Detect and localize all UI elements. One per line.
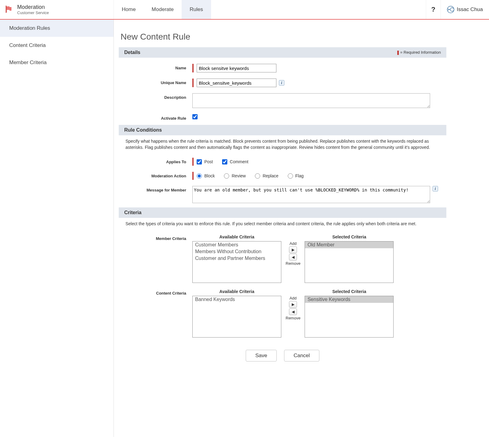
list-item[interactable]: Old Member — [305, 241, 393, 248]
main-content: New Content Rule Details = Required Info… — [114, 20, 489, 437]
add-label: Add — [290, 241, 297, 246]
required-bar-icon — [192, 64, 194, 72]
content-criteria-duallist: Available Criteria Banned Keywords Add ▶… — [192, 289, 394, 338]
list-item[interactable]: Customer Members — [193, 241, 281, 248]
info-icon[interactable]: i — [433, 186, 438, 191]
top-nav: Home Moderate Rules — [114, 0, 211, 19]
section-criteria: Criteria — [119, 207, 446, 218]
member-criteria-duallist: Available Criteria Customer Members Memb… — [192, 234, 394, 283]
required-note: = Required Information — [397, 50, 441, 55]
available-title: Available Criteria — [219, 234, 254, 239]
criteria-help: Select the types of criteria you want to… — [119, 218, 446, 230]
name-input[interactable] — [197, 64, 276, 72]
nav-moderate[interactable]: Moderate — [144, 0, 182, 19]
member-criteria-label: Member Criteria — [119, 234, 192, 241]
add-button[interactable]: ▶ — [289, 301, 297, 308]
section-criteria-title: Criteria — [124, 210, 141, 215]
nav-rules[interactable]: Rules — [182, 0, 211, 19]
triangle-left-icon: ◀ — [292, 255, 295, 259]
app-header: Moderation Customer Service Home Moderat… — [0, 0, 489, 20]
member-available-list[interactable]: Customer Members Members Without Contrib… — [192, 241, 281, 283]
list-item[interactable]: Customer and Partner Members — [193, 255, 281, 262]
action-replace-label: Replace — [263, 173, 278, 178]
selected-title: Selected Criteria — [332, 289, 366, 294]
name-label: Name — [119, 64, 192, 70]
sidebar: Moderation Rules Content Criteria Member… — [0, 20, 114, 437]
brand-subtitle: Customer Service — [17, 10, 49, 15]
available-title: Available Criteria — [219, 289, 254, 294]
list-item[interactable]: Members Without Contribution — [193, 248, 281, 255]
required-bar-icon — [192, 172, 194, 180]
triangle-left-icon: ◀ — [292, 310, 295, 314]
applies-comment-label: Comment — [230, 159, 248, 164]
action-label: Moderation Action — [119, 172, 192, 178]
action-review-label: Review — [232, 173, 246, 178]
content-available-list[interactable]: Banned Keywords — [192, 296, 281, 338]
svg-point-1 — [447, 6, 454, 13]
applies-label: Applies To — [119, 158, 192, 164]
sidebar-item-member-criteria[interactable]: Member Criteria — [0, 54, 114, 71]
action-review-radio[interactable] — [224, 173, 229, 179]
list-item[interactable]: Sensitive Keywords — [305, 296, 393, 303]
flag-icon — [4, 5, 13, 14]
message-label: Message for Member — [119, 186, 192, 192]
member-selected-list[interactable]: Old Member — [305, 241, 394, 283]
remove-label: Remove — [286, 261, 300, 266]
applies-post-checkbox[interactable] — [197, 159, 202, 164]
applies-comment-checkbox[interactable] — [222, 159, 227, 164]
action-flag-radio[interactable] — [288, 173, 293, 179]
content-criteria-label: Content Criteria — [119, 289, 192, 295]
conditions-help: Specify what happens when the rule crite… — [119, 135, 446, 153]
section-conditions-title: Rule Conditions — [124, 127, 162, 133]
unique-name-label: Unique Name — [119, 79, 192, 85]
section-conditions: Rule Conditions — [119, 125, 446, 135]
help-icon[interactable]: ? — [426, 0, 441, 19]
svg-rect-0 — [6, 6, 6, 13]
section-details: Details = Required Information — [119, 47, 446, 58]
triangle-right-icon: ▶ — [292, 302, 295, 307]
action-flag-label: Flag — [295, 173, 304, 178]
sidebar-item-content-criteria[interactable]: Content Criteria — [0, 37, 114, 54]
description-input[interactable] — [192, 93, 430, 108]
action-block-radio[interactable] — [197, 173, 202, 179]
brand-title: Moderation — [17, 4, 49, 10]
globe-icon — [447, 6, 454, 13]
footer-buttons: Save Cancel — [119, 350, 446, 361]
cancel-button[interactable]: Cancel — [284, 350, 319, 361]
applies-post-label: Post — [204, 159, 213, 164]
required-bar-icon — [192, 79, 194, 87]
user-name: Issac Chua — [457, 6, 483, 13]
action-replace-radio[interactable] — [255, 173, 260, 179]
add-label: Add — [290, 296, 297, 300]
remove-button[interactable]: ◀ — [289, 254, 297, 261]
list-item[interactable]: Banned Keywords — [193, 296, 281, 303]
info-icon[interactable]: i — [279, 80, 284, 86]
required-bar-icon — [192, 158, 194, 166]
message-input[interactable] — [192, 186, 430, 203]
triangle-right-icon: ▶ — [292, 248, 295, 252]
selected-title: Selected Criteria — [332, 234, 366, 239]
content-selected-list[interactable]: Sensitive Keywords — [305, 296, 394, 338]
section-details-title: Details — [124, 50, 140, 55]
nav-home[interactable]: Home — [114, 0, 144, 19]
brand: Moderation Customer Service — [0, 0, 114, 19]
remove-label: Remove — [286, 316, 300, 320]
sidebar-item-moderation-rules[interactable]: Moderation Rules — [0, 20, 114, 37]
user-menu[interactable]: Issac Chua — [441, 0, 489, 19]
remove-button[interactable]: ◀ — [289, 308, 297, 315]
action-block-label: Block — [204, 173, 215, 178]
activate-checkbox[interactable] — [192, 114, 198, 119]
add-button[interactable]: ▶ — [289, 246, 297, 253]
unique-name-input[interactable] — [197, 79, 276, 87]
description-label: Description — [119, 93, 192, 100]
page-title: New Content Rule — [121, 32, 446, 42]
activate-label: Activate Rule — [119, 114, 192, 121]
save-button[interactable]: Save — [246, 350, 277, 361]
